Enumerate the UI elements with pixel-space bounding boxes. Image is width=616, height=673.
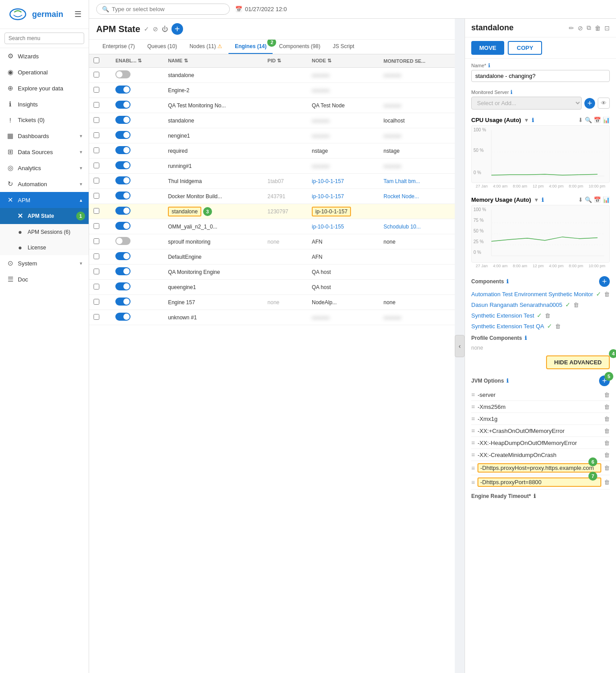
jvm-delete-icon[interactable]: 🗑 — [604, 479, 610, 485]
memory-download-button[interactable]: ⬇ — [578, 196, 583, 203]
engine-toggle[interactable] — [115, 313, 131, 321]
cpu-download-button[interactable]: ⬇ — [578, 117, 583, 123]
component-link-2[interactable]: Dasun Ranganath Senarathna0005 — [471, 302, 563, 308]
component-delete-icon[interactable]: 🗑 — [555, 323, 561, 330]
topbar-search-input[interactable] — [112, 6, 224, 12]
jvm-delete-icon[interactable]: 🗑 — [604, 428, 610, 434]
engine-toggle[interactable] — [115, 176, 131, 184]
view-server-button[interactable]: 👁 — [598, 98, 610, 109]
name-input[interactable] — [471, 70, 610, 82]
row-checkbox[interactable] — [94, 72, 99, 77]
row-checkbox[interactable] — [94, 117, 99, 123]
move-button[interactable]: MOVE — [471, 41, 504, 55]
jvm-delete-icon[interactable]: 🗑 — [604, 392, 610, 398]
copy-icon[interactable]: ⧉ — [587, 24, 591, 32]
sidebar-item-dashboards[interactable]: ▦ Dashboards ▾ — [0, 128, 89, 144]
sidebar-item-insights[interactable]: ℹ Insights — [0, 96, 89, 112]
sidebar-search-input[interactable] — [4, 33, 84, 44]
apm-add-button[interactable]: + — [171, 23, 183, 35]
drag-handle-icon[interactable]: ≡ — [471, 391, 475, 398]
component-delete-icon[interactable]: 🗑 — [604, 291, 610, 298]
tab-engines[interactable]: Engines (14) 2 — [228, 40, 273, 54]
ban-icon[interactable]: ⊘ — [578, 24, 583, 32]
engine-toggle[interactable] — [115, 86, 131, 94]
power-icon[interactable]: ⏻ — [162, 25, 168, 33]
jvm-delete-icon[interactable]: 🗑 — [604, 452, 610, 458]
engine-toggle[interactable] — [115, 131, 131, 139]
engine-toggle[interactable] — [115, 116, 131, 124]
sidebar-item-apm-state[interactable]: ✕ APM State 1 — [0, 208, 89, 224]
sidebar-item-explore[interactable]: ⊕ Explore your data — [0, 80, 89, 96]
sidebar-item-data-sources[interactable]: ⊞ Data Sources ▾ — [0, 144, 89, 160]
cpu-bar-button[interactable]: 📊 — [603, 117, 610, 123]
engine-toggle[interactable] — [115, 70, 131, 78]
tab-enterprise[interactable]: Enterprise (7) — [96, 40, 141, 54]
sidebar-item-wizards[interactable]: ⚙ Wizards — [0, 48, 89, 64]
sidebar-item-apm[interactable]: ✕ APM ▴ — [0, 192, 89, 208]
drag-handle-icon[interactable]: ≡ — [471, 403, 475, 410]
jvm-delete-icon[interactable]: 🗑 — [604, 465, 610, 471]
engine-node-link[interactable]: ip-10-0-1-155 — [312, 224, 344, 230]
drag-handle-icon[interactable]: ≡ — [471, 439, 475, 446]
engine-toggle[interactable] — [115, 237, 131, 245]
sidebar-item-automation[interactable]: ↻ Automation ▾ — [0, 176, 89, 192]
select-all-checkbox[interactable] — [94, 57, 99, 63]
ban-icon[interactable]: ⊘ — [153, 25, 158, 33]
add-component-button[interactable]: + — [599, 276, 610, 287]
engine-toggle[interactable] — [115, 252, 131, 260]
row-checkbox[interactable] — [94, 314, 99, 320]
component-link-3[interactable]: Synthetic Extension Test — [471, 312, 534, 319]
engine-node-link[interactable]: ip-10-0-1-157 — [312, 193, 344, 200]
row-checkbox[interactable] — [94, 178, 99, 184]
sidebar-item-operational[interactable]: ◉ Operational — [0, 64, 89, 80]
engine-toggle[interactable] — [115, 101, 131, 109]
jvm-delete-icon[interactable]: 🗑 — [604, 416, 610, 422]
sidebar-item-system[interactable]: ⊙ System ▾ — [0, 255, 89, 271]
tab-queues[interactable]: Queues (10) — [141, 40, 184, 54]
sidebar-item-analytics[interactable]: ◎ Analytics ▾ — [0, 160, 89, 176]
row-checkbox[interactable] — [94, 132, 99, 138]
panel-collapse-button[interactable]: ‹ — [455, 335, 465, 357]
row-checkbox[interactable] — [94, 208, 99, 214]
add-server-button[interactable]: + — [584, 98, 595, 109]
row-checkbox[interactable] — [94, 193, 99, 199]
engine-toggle[interactable] — [115, 282, 131, 290]
sidebar-hamburger-icon[interactable]: ☰ — [74, 9, 82, 19]
tab-components[interactable]: Components (98) — [273, 40, 326, 54]
row-checkbox[interactable] — [94, 163, 99, 168]
row-checkbox[interactable] — [94, 284, 99, 290]
delete-icon[interactable]: 🗑 — [595, 24, 601, 32]
memory-calendar-button[interactable]: 📅 — [594, 196, 601, 203]
drag-handle-icon[interactable]: ≡ — [471, 415, 475, 422]
memory-bar-button[interactable]: 📊 — [603, 196, 610, 203]
copy-button[interactable]: COPY — [508, 41, 542, 55]
cpu-calendar-button[interactable]: 📅 — [594, 117, 601, 123]
component-link-4[interactable]: Synthetic Extension Test QA — [471, 323, 544, 330]
jvm-delete-icon[interactable]: 🗑 — [604, 404, 610, 410]
memory-zoom-button[interactable]: 🔍 — [585, 196, 592, 203]
component-delete-icon[interactable]: 🗑 — [573, 302, 579, 308]
drag-handle-icon[interactable]: ≡ — [471, 479, 475, 486]
drag-handle-icon[interactable]: ≡ — [471, 427, 475, 434]
row-checkbox[interactable] — [94, 253, 99, 259]
engine-toggle[interactable] — [115, 267, 131, 275]
row-checkbox[interactable] — [94, 102, 99, 108]
minimize-icon[interactable]: ⊡ — [604, 24, 610, 32]
row-checkbox[interactable] — [94, 87, 99, 93]
component-link-1[interactable]: Automation Test Environment Synthetic Mo… — [471, 291, 593, 298]
drag-handle-icon[interactable]: ≡ — [471, 451, 475, 458]
cpu-zoom-button[interactable]: 🔍 — [585, 117, 592, 123]
engine-toggle[interactable] — [115, 222, 131, 230]
tab-nodes[interactable]: Nodes (11) ⚠ — [183, 40, 228, 54]
jvm-delete-icon[interactable]: 🗑 — [604, 440, 610, 446]
row-checkbox[interactable] — [94, 147, 99, 153]
edit-icon[interactable]: ✏ — [569, 24, 574, 32]
engine-toggle[interactable] — [115, 146, 131, 154]
engine-toggle[interactable] — [115, 298, 131, 306]
sidebar-item-tickets[interactable]: ! Tickets (0) — [0, 112, 89, 128]
row-checkbox[interactable] — [94, 238, 99, 244]
check-circle-icon[interactable]: ✓ — [144, 25, 149, 33]
sidebar-item-doc[interactable]: ☰ Doc — [0, 271, 89, 287]
engine-node-link[interactable]: ip-10-0-1-157 — [312, 178, 344, 184]
row-checkbox[interactable] — [94, 223, 99, 229]
